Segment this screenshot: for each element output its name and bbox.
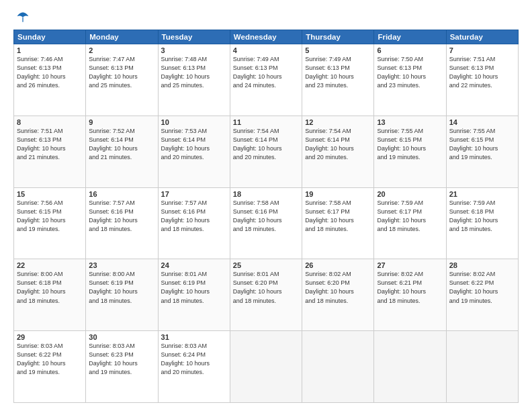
calendar-day-header: Tuesday (158, 30, 230, 44)
day-number: 20 (377, 190, 443, 198)
calendar-day-header: Thursday (302, 30, 374, 44)
day-info: Sunrise: 7:54 AMSunset: 6:14 PMDaylight:… (233, 127, 299, 162)
calendar-day-cell: 25Sunrise: 8:01 AMSunset: 6:20 PMDayligh… (230, 259, 302, 331)
calendar-day-cell (230, 331, 302, 403)
day-info: Sunrise: 7:58 AMSunset: 6:16 PMDaylight:… (233, 199, 299, 234)
logo (13, 11, 31, 24)
calendar-day-cell: 17Sunrise: 7:57 AMSunset: 6:16 PMDayligh… (158, 187, 230, 259)
day-info: Sunrise: 8:03 AMSunset: 6:24 PMDaylight:… (161, 342, 227, 377)
day-info: Sunrise: 8:03 AMSunset: 6:23 PMDaylight:… (89, 342, 154, 377)
day-number: 15 (17, 190, 83, 198)
day-number: 10 (161, 118, 227, 126)
calendar-day-cell: 27Sunrise: 8:02 AMSunset: 6:21 PMDayligh… (374, 259, 446, 331)
day-number: 19 (305, 190, 371, 198)
calendar-week-row: 1Sunrise: 7:46 AMSunset: 6:13 PMDaylight… (14, 44, 519, 116)
calendar-day-cell: 24Sunrise: 8:01 AMSunset: 6:19 PMDayligh… (158, 259, 230, 331)
day-info: Sunrise: 7:49 AMSunset: 6:13 PMDaylight:… (233, 55, 299, 90)
day-info: Sunrise: 8:02 AMSunset: 6:22 PMDaylight:… (449, 270, 515, 305)
day-info: Sunrise: 8:00 AMSunset: 6:19 PMDaylight:… (89, 270, 154, 305)
calendar-day-cell: 30Sunrise: 8:03 AMSunset: 6:23 PMDayligh… (86, 331, 158, 403)
calendar-day-header: Monday (86, 30, 158, 44)
day-number: 3 (161, 46, 227, 54)
calendar-day-header: Saturday (446, 30, 518, 44)
day-number: 18 (233, 190, 299, 198)
calendar-day-cell: 19Sunrise: 7:58 AMSunset: 6:17 PMDayligh… (302, 187, 374, 259)
calendar-day-cell: 8Sunrise: 7:51 AMSunset: 6:13 PMDaylight… (14, 116, 86, 187)
calendar-day-cell: 1Sunrise: 7:46 AMSunset: 6:13 PMDaylight… (14, 44, 86, 116)
day-number: 5 (305, 46, 371, 54)
day-info: Sunrise: 7:47 AMSunset: 6:13 PMDaylight:… (89, 55, 154, 90)
day-info: Sunrise: 7:57 AMSunset: 6:16 PMDaylight:… (161, 199, 227, 234)
day-info: Sunrise: 7:52 AMSunset: 6:14 PMDaylight:… (89, 127, 154, 162)
day-number: 28 (449, 261, 515, 269)
calendar-day-cell: 2Sunrise: 7:47 AMSunset: 6:13 PMDaylight… (86, 44, 158, 116)
calendar-day-cell: 3Sunrise: 7:48 AMSunset: 6:13 PMDaylight… (158, 44, 230, 116)
calendar-day-cell: 5Sunrise: 7:49 AMSunset: 6:13 PMDaylight… (302, 44, 374, 116)
day-number: 30 (89, 333, 154, 341)
day-number: 26 (305, 261, 371, 269)
day-info: Sunrise: 8:03 AMSunset: 6:22 PMDaylight:… (17, 342, 83, 377)
calendar-day-header: Friday (374, 30, 446, 44)
day-number: 1 (17, 46, 83, 54)
day-info: Sunrise: 8:02 AMSunset: 6:20 PMDaylight:… (305, 270, 371, 305)
day-info: Sunrise: 7:53 AMSunset: 6:14 PMDaylight:… (161, 127, 227, 162)
day-number: 2 (89, 46, 154, 54)
day-number: 8 (17, 118, 83, 126)
day-info: Sunrise: 7:59 AMSunset: 6:18 PMDaylight:… (449, 199, 515, 234)
calendar-day-cell (446, 331, 518, 403)
day-number: 4 (233, 46, 299, 54)
calendar-day-cell (374, 331, 446, 403)
calendar-day-cell: 20Sunrise: 7:59 AMSunset: 6:17 PMDayligh… (374, 187, 446, 259)
day-number: 12 (305, 118, 371, 126)
calendar-day-cell: 9Sunrise: 7:52 AMSunset: 6:14 PMDaylight… (86, 116, 158, 187)
calendar-day-cell: 16Sunrise: 7:57 AMSunset: 6:16 PMDayligh… (86, 187, 158, 259)
day-info: Sunrise: 7:49 AMSunset: 6:13 PMDaylight:… (305, 55, 371, 90)
day-info: Sunrise: 7:50 AMSunset: 6:13 PMDaylight:… (377, 55, 443, 90)
day-info: Sunrise: 7:48 AMSunset: 6:13 PMDaylight:… (161, 55, 227, 90)
day-number: 17 (161, 190, 227, 198)
calendar-day-cell: 26Sunrise: 8:02 AMSunset: 6:20 PMDayligh… (302, 259, 374, 331)
day-number: 14 (449, 118, 515, 126)
day-number: 13 (377, 118, 443, 126)
calendar-week-row: 22Sunrise: 8:00 AMSunset: 6:18 PMDayligh… (14, 259, 519, 331)
calendar-day-header: Wednesday (230, 30, 302, 44)
day-info: Sunrise: 8:01 AMSunset: 6:19 PMDaylight:… (161, 270, 227, 305)
calendar-day-header: Sunday (14, 30, 86, 44)
day-info: Sunrise: 8:02 AMSunset: 6:21 PMDaylight:… (377, 270, 443, 305)
day-number: 25 (233, 261, 299, 269)
day-number: 27 (377, 261, 443, 269)
day-info: Sunrise: 7:54 AMSunset: 6:14 PMDaylight:… (305, 127, 371, 162)
day-number: 11 (233, 118, 299, 126)
day-number: 23 (89, 261, 154, 269)
day-number: 24 (161, 261, 227, 269)
day-number: 21 (449, 190, 515, 198)
day-number: 29 (17, 333, 83, 341)
day-info: Sunrise: 7:59 AMSunset: 6:17 PMDaylight:… (377, 199, 443, 234)
day-number: 31 (161, 333, 227, 341)
calendar-day-cell: 29Sunrise: 8:03 AMSunset: 6:22 PMDayligh… (14, 331, 86, 403)
day-info: Sunrise: 7:58 AMSunset: 6:17 PMDaylight:… (305, 199, 371, 234)
day-info: Sunrise: 7:55 AMSunset: 6:15 PMDaylight:… (377, 127, 443, 162)
day-info: Sunrise: 8:00 AMSunset: 6:18 PMDaylight:… (17, 270, 83, 305)
day-info: Sunrise: 7:55 AMSunset: 6:15 PMDaylight:… (449, 127, 515, 162)
header (13, 11, 519, 24)
calendar-day-cell: 31Sunrise: 8:03 AMSunset: 6:24 PMDayligh… (158, 331, 230, 403)
calendar-day-cell: 23Sunrise: 8:00 AMSunset: 6:19 PMDayligh… (86, 259, 158, 331)
day-number: 16 (89, 190, 154, 198)
day-info: Sunrise: 7:51 AMSunset: 6:13 PMDaylight:… (449, 55, 515, 90)
calendar-table: SundayMondayTuesdayWednesdayThursdayFrid… (13, 30, 519, 403)
calendar-header-row: SundayMondayTuesdayWednesdayThursdayFrid… (14, 30, 519, 44)
day-info: Sunrise: 7:56 AMSunset: 6:15 PMDaylight:… (17, 199, 83, 234)
calendar-day-cell: 28Sunrise: 8:02 AMSunset: 6:22 PMDayligh… (446, 259, 518, 331)
calendar-day-cell: 22Sunrise: 8:00 AMSunset: 6:18 PMDayligh… (14, 259, 86, 331)
calendar-week-row: 29Sunrise: 8:03 AMSunset: 6:22 PMDayligh… (14, 331, 519, 403)
page: SundayMondayTuesdayWednesdayThursdayFrid… (0, 0, 532, 411)
day-info: Sunrise: 7:57 AMSunset: 6:16 PMDaylight:… (89, 199, 154, 234)
day-number: 22 (17, 261, 83, 269)
calendar-day-cell: 15Sunrise: 7:56 AMSunset: 6:15 PMDayligh… (14, 187, 86, 259)
day-number: 6 (377, 46, 443, 54)
calendar-day-cell (302, 331, 374, 403)
logo-bird-icon (16, 11, 30, 24)
day-info: Sunrise: 7:51 AMSunset: 6:13 PMDaylight:… (17, 127, 83, 162)
day-info: Sunrise: 8:01 AMSunset: 6:20 PMDaylight:… (233, 270, 299, 305)
